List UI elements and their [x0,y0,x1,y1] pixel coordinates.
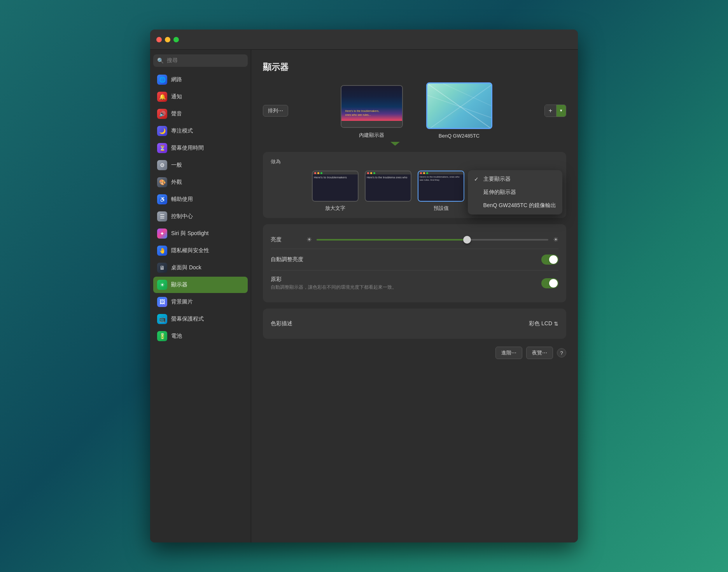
sidebar-item-screentime[interactable]: ⏳ 螢幕使用時間 [153,140,248,156]
display-mode-dropdown: ✓ 主要顯示器 ✓ 延伸的顯示器 ✓ BenQ GW2485TC 的鏡像輸出 [468,170,563,214]
displays-icon: ☀ [157,280,167,290]
dropdown-label-mirror: BenQ GW2485TC 的鏡像輸出 [483,202,556,209]
traffic-lights [156,37,179,42]
sidebar-item-focus[interactable]: 🌙 專注模式 [153,123,248,139]
external-screen-decoration [427,84,491,128]
add-display-plus-icon[interactable]: + [545,105,556,117]
true-tone-text: 原彩 自動調整顯示器，讓色彩在不同的環境光度下都看起來一致。 [271,276,397,291]
builtin-display-item: Here's to the troublemakers,ones who see… [341,85,403,139]
sidebar-label-displays: 顯示器 [171,281,187,288]
sidebar-item-general[interactable]: ⚙ 一般 [153,157,248,173]
focus-icon: 🌙 [157,126,167,136]
notification-icon: 🔔 [157,92,167,102]
brightness-high-icon: ☀ [553,236,558,243]
sidebar-item-control[interactable]: ☰ 控制中心 [153,208,248,225]
auto-brightness-row: 自動調整亮度 [271,249,558,270]
builtin-display-thumbnail[interactable]: Here's to the troublemakers,ones who see… [341,85,403,128]
resolution-option-medium[interactable]: Here's to the troublema ones who [365,171,411,212]
sidebar-item-wallpaper[interactable]: 🖼 背景圖片 [153,294,248,310]
color-profile-label: 色彩描述 [271,320,292,327]
true-tone-toggle[interactable] [541,278,558,288]
wallpaper-icon: 🖼 [157,297,167,307]
svg-line-1 [427,95,491,119]
sidebar-item-sound[interactable]: 🔊 聲音 [153,106,248,122]
brightness-slider[interactable] [317,239,548,241]
network-icon: 🌐 [157,75,167,85]
sidebar-label-battery: 電池 [171,333,182,340]
auto-brightness-label: 自動調整亮度 [271,256,303,263]
builtin-screen-content: Here's to the troublemakers,ones who see… [341,86,402,121]
sidebar-item-network[interactable]: 🌐 網路 [153,72,248,88]
titlebar [150,30,578,50]
res-content-medium: Here's to the troublema ones who [366,174,411,201]
sidebar-item-screensaver[interactable]: 📺 螢幕保護程式 [153,311,248,327]
sidebar-label-notification: 通知 [171,93,182,100]
sidebar-item-accessibility[interactable]: ♿ 輔助使用 [153,191,248,208]
maximize-button[interactable] [173,37,179,42]
external-display-thumbnail[interactable] [426,82,492,129]
advanced-button[interactable]: 進階⋯ [495,347,522,359]
brightness-fill [317,239,467,241]
builtin-display-label: 內建顯示器 [359,132,384,139]
control-icon: ☰ [157,211,167,221]
minimize-button[interactable] [165,37,170,42]
sidebar-label-sound: 聲音 [171,110,182,117]
sidebar-label-appearance: 外觀 [171,179,182,186]
close-button[interactable] [156,37,162,42]
bottom-buttons: 進階⋯ 夜覽⋯ ? [263,347,566,359]
appearance-icon: 🎨 [157,177,167,187]
true-tone-label: 原彩 [271,276,397,283]
true-tone-sublabel: 自動調整顯示器，讓色彩在不同的環境光度下都看起來一致。 [271,284,397,291]
main-panel: 顯示器 排列⋯ Here's to the troublemakers,ones… [251,50,578,542]
res-content-large-text: Here's to troublemakers [313,174,358,201]
sidebar: 🔍 搜尋 🌐 網路 🔔 通知 🔊 聲音 🌙 專注模式 ⏳ 螢幕使用時間 [150,50,251,542]
arrange-button[interactable]: 排列⋯ [263,105,288,117]
resolution-option-large-text[interactable]: Here's to troublemakers 放大文字 [312,171,359,212]
sidebar-item-notification[interactable]: 🔔 通知 [153,89,248,105]
help-button[interactable]: ? [557,348,566,358]
builtin-screen-text: Here's to the troublemakers,ones who see… [345,109,398,117]
external-display-item: BenQ GW2485TC [426,82,492,139]
color-profile-value: 彩色 LCD [529,320,552,327]
auto-brightness-toggle[interactable] [541,255,558,265]
checkmark-icon: ✓ [474,176,480,182]
general-icon: ⚙ [157,160,167,170]
panel-title: 顯示器 [263,61,566,73]
dropdown-item-mirror[interactable]: ✓ BenQ GW2485TC 的鏡像輸出 [468,199,563,212]
sidebar-item-desktop[interactable]: 🖥 桌面與 Dock [153,260,248,276]
displays-header: 排列⋯ Here's to the troublemakers,ones who… [263,82,566,139]
battery-icon: 🔋 [157,331,167,341]
brightness-thumb[interactable] [463,236,471,244]
color-profile-section: 色彩描述 彩色 LCD ⇅ [263,309,566,339]
add-display-button[interactable]: + ▾ [544,105,566,117]
resolution-label-large-text: 放大文字 [325,205,345,212]
search-icon: 🔍 [157,58,164,64]
dropdown-item-extended[interactable]: ✓ 延伸的顯示器 [468,186,563,199]
desktop-icon: 🖥 [157,263,167,273]
screensaver-icon: 📺 [157,314,167,324]
screentime-icon: ⏳ [157,143,167,153]
sidebar-item-siri[interactable]: ✦ Siri 與 Spotlight [153,225,248,242]
search-box[interactable]: 🔍 搜尋 [153,54,248,67]
resolution-option-default[interactable]: Here's to the troublemakers, ones who se… [418,171,464,212]
add-display-chevron-icon[interactable]: ▾ [556,105,566,117]
sidebar-item-battery[interactable]: 🔋 電池 [153,328,248,344]
main-window: 🔍 搜尋 🌐 網路 🔔 通知 🔊 聲音 🌙 專注模式 ⏳ 螢幕使用時間 [150,30,578,542]
svg-line-0 [427,84,491,128]
sidebar-item-privacy[interactable]: 🤚 隱私權與安全性 [153,242,248,259]
sidebar-label-wallpaper: 背景圖片 [171,298,193,305]
accessibility-icon: ♿ [157,194,167,204]
sidebar-label-focus: 專注模式 [171,127,193,134]
nightshift-button[interactable]: 夜覽⋯ [526,347,553,359]
section-title-made-as: 做為 [271,158,558,165]
color-profile-selector[interactable]: 彩色 LCD ⇅ [529,320,558,327]
res-content-default: Here's to the troublemakers, ones who se… [418,174,464,201]
siri-icon: ✦ [157,228,167,239]
resolution-preview-default: Here's to the troublemakers, ones who se… [418,171,464,202]
dropdown-item-primary[interactable]: ✓ 主要顯示器 [468,173,563,186]
sidebar-item-appearance[interactable]: 🎨 外觀 [153,174,248,190]
sidebar-label-siri: Siri 與 Spotlight [171,230,208,237]
color-profile-chevron-icon: ⇅ [554,321,558,327]
resolution-label-default: 預設值 [434,205,449,212]
sidebar-item-displays[interactable]: ☀ 顯示器 [153,277,248,293]
